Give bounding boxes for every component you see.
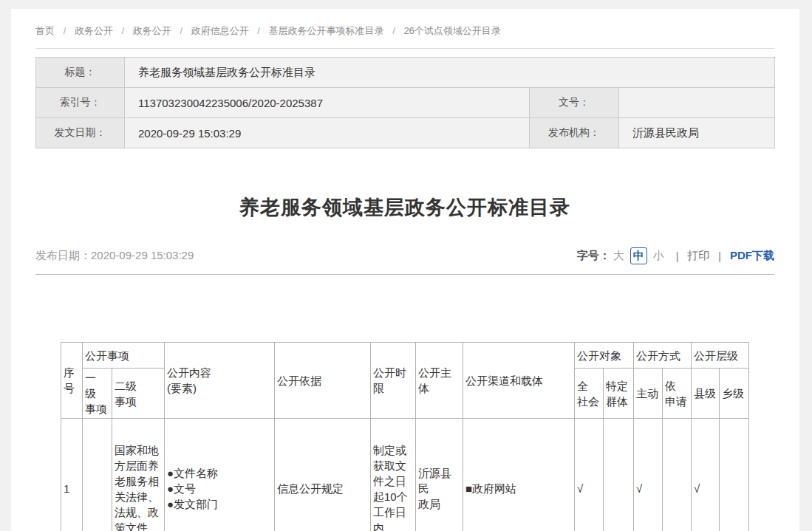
header-content: 公开内容 (要素) [165,343,275,419]
print-button[interactable]: 打印 [687,249,709,263]
cell-county: √ [692,419,720,531]
header-method-group: 公开方式 [634,343,692,369]
breadcrumb-separator: / [392,25,395,36]
breadcrumb: 首页 / 政务公开 / 政务公开 / 政府信息公开 / 基层政务公开事项标准目录… [35,9,774,49]
cell-time-limit: 制定或 获取文 件之日 起10个 工作日 内 [371,419,416,531]
publish-date: 发布日期：2020-09-29 15:03:29 [35,249,194,263]
divider-pipe: | [718,250,721,262]
header-township: 乡级 [720,369,749,419]
cell-on-request [663,419,692,531]
breadcrumb-item-standard-catalog[interactable]: 基层政务公开事项标准目录 [269,25,384,36]
cell-channel: ■政府网站 [463,419,575,531]
catalog-header-row-1: 序 号 公开事项 公开内容 (要素) 公开依据 公开时 限 公开主体 公开渠道和… [61,343,749,369]
breadcrumb-item-zwgk-1[interactable]: 政务公开 [75,25,113,36]
font-size-label: 字号： [577,249,610,263]
header-items-group: 公开事项 [83,343,165,369]
meta-index-value: 113703230042235006/2020-2025387 [125,88,530,118]
cell-township [720,419,749,531]
cell-level2: 国家和地 方层面养 老服务相 关法律、 法规、政 策文件 [112,419,165,531]
breadcrumb-item-pilot-areas[interactable]: 26个试点领域公开目录 [403,25,500,36]
meta-row-index: 索引号： 113703230042235006/2020-2025387 文号： [36,88,775,118]
cell-all-society: √ [575,419,604,531]
publish-date-label: 发布日期： [35,249,91,261]
meta-row-date: 发文日期： 2020-09-29 15:03:29 发布机构： 沂源县民政局 [36,118,775,148]
cell-proactive: √ [634,419,663,531]
font-size-small-button[interactable]: 小 [653,249,664,263]
breadcrumb-separator: / [64,25,66,36]
doc-meta-table: 标题： 养老服务领域基层政务公开标准目录 索引号： 11370323004223… [35,57,775,148]
cell-specific-group [604,419,634,531]
pdf-download-button[interactable]: PDF下载 [730,249,774,263]
header-level2: 二级 事项 [112,369,165,419]
header-proactive: 主动 [634,369,663,419]
divider-pipe: | [676,250,679,262]
header-subject: 公开主体 [416,343,463,419]
meta-docnum-label: 文号： [530,88,619,118]
catalog-row-1: 1 国家和地 方层面养 老服务相 关法律、 法规、政 策文件 ●文件名称 ●文号… [61,419,749,531]
meta-title-label: 标题： [36,58,125,88]
header-level1: 一 级 事项 [83,369,112,419]
header-county: 县级 [692,369,720,419]
breadcrumb-separator: / [257,25,260,36]
cell-serial: 1 [61,419,83,531]
breadcrumb-separator: / [122,25,125,36]
header-on-request: 依 申请 [663,369,692,419]
disclosure-catalog-table: 序 号 公开事项 公开内容 (要素) 公开依据 公开时 限 公开主体 公开渠道和… [61,342,749,531]
font-size-large-button[interactable]: 大 [613,249,624,263]
header-audience-group: 公开对象 [575,343,634,369]
header-channel: 公开渠道和载体 [463,343,575,419]
header-level-group: 公开层级 [692,343,749,369]
breadcrumb-item-home[interactable]: 首页 [35,25,55,36]
header-time-limit: 公开时 限 [371,343,416,419]
meta-date-label: 发文日期： [36,118,125,148]
page-title: 养老服务领域基层政务公开标准目录 [35,194,774,221]
meta-date-value: 2020-09-29 15:03:29 [125,118,530,148]
breadcrumb-item-gov-info[interactable]: 政府信息公开 [191,25,249,36]
meta-agency-label: 发布机构： [530,118,619,148]
header-all-society: 全 社会 [575,369,604,419]
cell-level1 [83,419,112,531]
breadcrumb-item-zwgk-2[interactable]: 政务公开 [133,25,171,36]
publish-date-value: 2020-09-29 15:03:29 [91,249,194,261]
meta-row-title: 标题： 养老服务领域基层政务公开标准目录 [36,58,775,88]
article-meta-bar: 发布日期：2020-09-29 15:03:29 字号： 大 中 小 | 打印 … [35,247,774,275]
article-tools: 字号： 大 中 小 | 打印 | PDF下载 [577,247,774,264]
header-basis: 公开依据 [275,343,371,419]
meta-index-label: 索引号： [36,88,125,118]
cell-subject: 沂源县民 政局 [416,419,463,531]
content-card: 首页 / 政务公开 / 政务公开 / 政府信息公开 / 基层政务公开事项标准目录… [11,9,799,531]
meta-agency-value: 沂源县民政局 [619,118,775,148]
breadcrumb-separator: / [180,25,182,36]
font-size-medium-button[interactable]: 中 [630,247,647,264]
meta-title-value: 养老服务领域基层政务公开标准目录 [125,58,775,88]
header-serial: 序 号 [61,343,83,419]
header-specific-group: 特定 群体 [604,369,634,419]
meta-docnum-value [619,88,775,118]
cell-content: ●文件名称 ●文号 ●发文部门 [165,419,275,531]
cell-basis: 信息公开规定 [275,419,371,531]
